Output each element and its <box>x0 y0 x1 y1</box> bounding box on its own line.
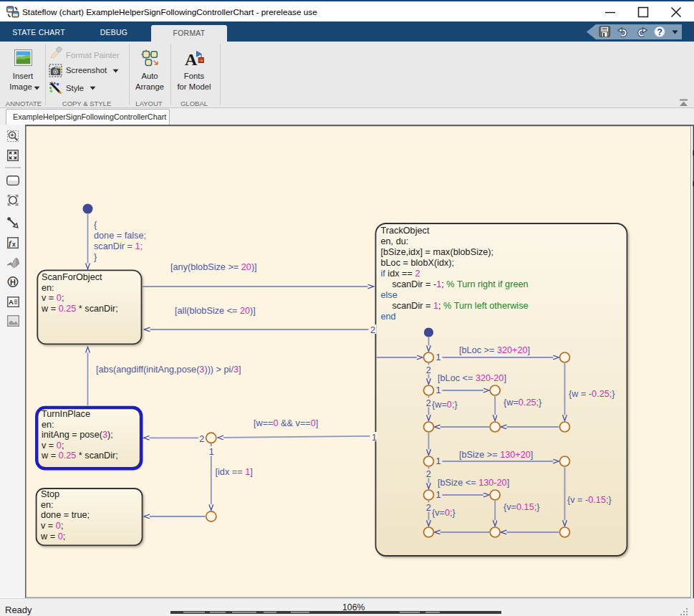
svg-text:en, du:: en, du: <box>381 236 409 246</box>
svg-text:[bSize <= 130-20]: [bSize <= 130-20] <box>438 478 509 488</box>
svg-text:2: 2 <box>426 365 431 375</box>
svg-text:{w=0;}: {w=0;} <box>432 400 458 410</box>
svg-text:2: 2 <box>426 469 431 479</box>
svg-text:[any(blobSize >= 20)]: [any(blobSize >= 20)] <box>170 262 257 272</box>
svg-text:w = 0.25 * scanDir;: w = 0.25 * scanDir; <box>41 304 118 314</box>
svg-text:{v=0.15;}: {v=0.15;} <box>503 502 540 512</box>
svg-text:[bLoc >= 320+20]: [bLoc >= 320+20] <box>459 345 530 355</box>
svg-text:v = 0;: v = 0; <box>42 293 64 303</box>
svg-text:A: A <box>185 50 198 67</box>
svg-text:{w=0.25;}: {w=0.25;} <box>503 398 542 408</box>
svg-text:en:: en: <box>42 283 54 293</box>
svg-text:w = 0.25 * scanDir;: w = 0.25 * scanDir; <box>41 451 118 461</box>
svg-text:1: 1 <box>436 456 441 466</box>
svg-text:[bLoc <= 320-20]: [bLoc <= 320-20] <box>438 373 506 383</box>
svg-text:else: else <box>381 290 397 300</box>
svg-text:bLoc = blobX(idx);: bLoc = blobX(idx); <box>381 258 455 268</box>
svg-text:[abs(angdiff(initAng,pose(3))): [abs(angdiff(initAng,pose(3))) > pi/3] <box>96 365 241 375</box>
svg-text:[w==0 && v==0]: [w==0 && v==0] <box>254 418 318 428</box>
svg-text:scanDir = 1; % Turn left other: scanDir = 1; % Turn left otherwise <box>392 301 529 311</box>
svg-text:initAng = pose(3);: initAng = pose(3); <box>42 430 113 440</box>
svg-text:[idx == 1]: [idx == 1] <box>216 467 253 477</box>
svg-text:{w = -0.25;}: {w = -0.25;} <box>569 389 615 399</box>
svg-text:1: 1 <box>436 385 441 395</box>
svg-text:en:: en: <box>41 500 54 510</box>
svg-text:x: x <box>12 241 16 248</box>
svg-text:1: 1 <box>436 490 441 500</box>
svg-text:{v=0;}: {v=0;} <box>432 508 456 518</box>
svg-text:{v = -0.15;}: {v = -0.15;} <box>567 495 612 505</box>
svg-text:Stop: Stop <box>41 489 59 499</box>
svg-text:end: end <box>381 312 396 322</box>
svg-text:2: 2 <box>199 434 204 444</box>
svg-text:if idx == 2: if idx == 2 <box>381 269 420 279</box>
svg-text:TurnInPlace: TurnInPlace <box>42 409 90 419</box>
svg-text:[all(blobSize <= 20)]: [all(blobSize <= 20)] <box>175 306 256 316</box>
svg-text:en:: en: <box>42 420 54 430</box>
svg-text:[bSize >= 130+20]: [bSize >= 130+20] <box>459 450 533 460</box>
svg-text:done = false;: done = false; <box>94 231 146 241</box>
svg-text:1: 1 <box>436 352 441 362</box>
svg-text:[bSize,idx] = max(blobSize);: [bSize,idx] = max(blobSize); <box>381 247 494 257</box>
svg-text:v = 0;: v = 0; <box>42 441 64 451</box>
svg-text:done = true;: done = true; <box>41 510 90 520</box>
svg-text:2: 2 <box>426 398 431 408</box>
svg-text:TrackObject: TrackObject <box>381 226 430 236</box>
svg-text:2: 2 <box>426 503 431 513</box>
svg-text:scanDir = 1;: scanDir = 1; <box>94 241 143 251</box>
svg-text:H: H <box>10 278 16 287</box>
svg-text:v = 0;: v = 0; <box>41 521 63 531</box>
svg-text:1: 1 <box>209 447 214 457</box>
svg-text:w = 0;: w = 0; <box>40 531 65 542</box>
svg-text:scanDir = -1; % Turn right if: scanDir = -1; % Turn right if green <box>392 279 529 289</box>
svg-text:?: ? <box>657 27 662 37</box>
svg-text:2: 2 <box>370 325 375 335</box>
svg-text:ScanForObject: ScanForObject <box>42 272 102 282</box>
svg-text:A: A <box>9 298 14 306</box>
svg-text:1: 1 <box>372 433 377 443</box>
